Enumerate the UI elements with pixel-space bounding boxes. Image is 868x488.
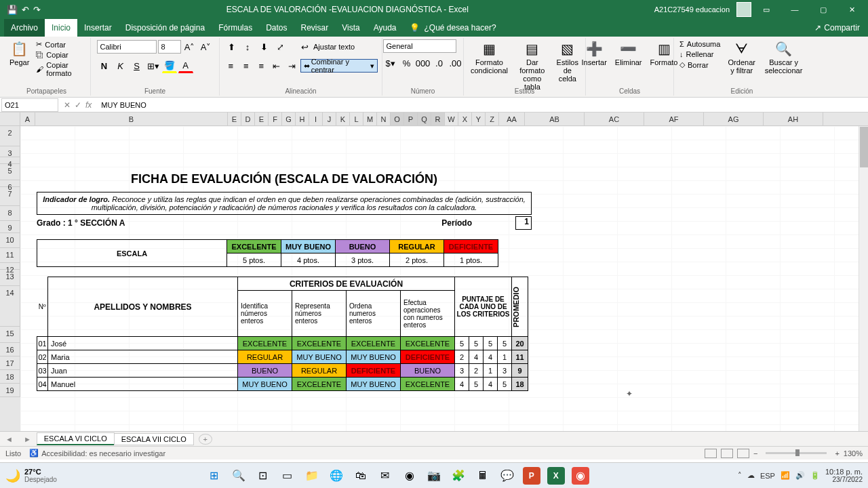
tab-archivo[interactable]: Archivo [4, 19, 45, 37]
sheet-tab-active[interactable]: ESCALA VI CICLO [37, 432, 115, 445]
sheet-nav-prev[interactable]: ◄ [0, 435, 18, 443]
col-header[interactable]: AH [764, 113, 823, 125]
align-bottom-icon[interactable]: ⬇ [256, 39, 271, 54]
table-row[interactable]: 03Juan BUENOREGULARDEFICIENTEBUENO 3213 … [37, 364, 528, 378]
cancel-icon[interactable]: ✕ [64, 100, 71, 110]
col-header[interactable]: W [445, 113, 458, 125]
row-header[interactable]: 19 [0, 384, 20, 397]
autosum-button[interactable]: ΣAutosuma [678, 39, 722, 49]
close-button[interactable]: ✕ [838, 0, 865, 19]
row-header[interactable]: 11 [0, 248, 20, 263]
avatar[interactable] [736, 2, 751, 17]
select-all-corner[interactable] [0, 113, 20, 125]
fill-color-button[interactable]: 🪣 [162, 58, 177, 73]
powerpoint-icon[interactable]: P [523, 467, 540, 485]
volume-icon[interactable]: 🔊 [795, 471, 805, 480]
tab-inicio[interactable]: Inicio [45, 19, 77, 37]
grid-area[interactable]: FICHA DE EVALUACIÓN (ESCALA DE VALORACIÓ… [20, 126, 868, 431]
col-header[interactable]: AA [499, 113, 525, 125]
format-painter-button[interactable]: 🖌Copiar formato [35, 60, 86, 78]
col-header[interactable]: AG [704, 113, 764, 125]
orientation-icon[interactable]: ⤢ [273, 39, 288, 54]
col-header[interactable]: J [323, 113, 336, 125]
format-table-button[interactable]: ▤Dar formato como tabla [513, 39, 551, 92]
inc-dec-icon[interactable]: .0 [432, 56, 447, 70]
clock-date[interactable]: 23/7/2022 [825, 476, 863, 483]
tab-formulas[interactable]: Fórmulas [212, 19, 259, 37]
col-header[interactable]: E [228, 113, 241, 125]
number-format-select[interactable] [383, 39, 456, 53]
clock-time[interactable]: 10:18 p. m. [825, 468, 863, 476]
col-header[interactable]: E [255, 113, 269, 125]
undo-icon[interactable]: ↶ [22, 5, 29, 15]
app-icon[interactable]: 🧩 [450, 467, 467, 485]
chrome-icon[interactable]: ◉ [401, 467, 418, 485]
calculator-icon[interactable]: 🖩 [474, 467, 492, 485]
tab-vista[interactable]: Vista [335, 19, 366, 37]
row-header[interactable]: 8 [0, 206, 20, 221]
save-icon[interactable]: 💾 [7, 5, 18, 15]
task-view-icon[interactable]: ⊡ [254, 467, 272, 485]
font-size-input[interactable] [158, 40, 181, 54]
col-header[interactable]: M [363, 113, 377, 125]
insert-cells-button[interactable]: ➕Insertar [579, 39, 610, 68]
copy-button[interactable]: ⿻Copiar [35, 50, 86, 60]
ribbon-options-icon[interactable]: ▭ [753, 0, 780, 19]
conditional-format-button[interactable]: ▦Formato condicional [468, 39, 511, 76]
widgets-icon[interactable]: ▭ [279, 467, 296, 485]
zoom-in-button[interactable]: + [835, 449, 839, 458]
row-header[interactable]: 15 [0, 327, 20, 343]
zoom-level[interactable]: 130% [844, 449, 863, 458]
whatsapp-icon[interactable]: 💬 [498, 467, 516, 485]
recorder-icon[interactable]: ◉ [572, 467, 589, 485]
percent-icon[interactable]: % [399, 56, 414, 70]
row-header[interactable]: 3 [0, 146, 20, 157]
indent-dec-icon[interactable]: ⇤ [270, 58, 284, 73]
col-header[interactable]: R [431, 113, 445, 125]
tab-datos[interactable]: Datos [259, 19, 294, 37]
col-header[interactable]: AF [644, 113, 704, 125]
col-header[interactable]: Z [486, 113, 499, 125]
find-button[interactable]: 🔍Buscar y seleccionar [762, 39, 806, 76]
delete-cells-button[interactable]: ➖Eliminar [612, 39, 645, 68]
grow-font-icon[interactable]: A˄ [182, 39, 197, 54]
vertical-scrollbar[interactable] [859, 126, 868, 431]
sheet-nav-next[interactable]: ► [18, 435, 37, 443]
indent-inc-icon[interactable]: ⇥ [285, 58, 299, 73]
table-row[interactable]: 01José EXCELENTEEXCELENTEEXCELENTEEXCELE… [37, 337, 528, 350]
accessibility-icon[interactable]: ♿ [29, 449, 39, 458]
col-header[interactable]: AB [525, 113, 585, 125]
row-headers[interactable]: 2 3 4 5 6 7 8 9 10 11 12 13 14 15 16 17 … [0, 126, 20, 431]
cut-button[interactable]: ✂Cortar [35, 39, 86, 49]
periodo-value[interactable]: 1 [515, 216, 532, 230]
col-header[interactable]: A [20, 113, 35, 125]
sort-button[interactable]: ᗄOrdenar y filtrar [724, 39, 759, 76]
row-header[interactable]: 13 [0, 270, 20, 286]
border-button[interactable]: ⊞▾ [146, 58, 161, 73]
col-header[interactable]: K [336, 113, 350, 125]
align-left-icon[interactable]: ≡ [224, 58, 238, 73]
col-header[interactable]: G [282, 113, 296, 125]
zoom-out-button[interactable]: − [753, 449, 757, 458]
formula-input[interactable] [97, 98, 868, 112]
paste-button[interactable]: 📋Pegar [7, 39, 32, 68]
fx-icon[interactable]: fx [85, 100, 92, 110]
fill-button[interactable]: ↓Rellenar [678, 49, 722, 59]
row-header[interactable]: 16 [0, 343, 20, 357]
row-header[interactable]: 18 [0, 370, 20, 384]
row-header[interactable]: 14 [0, 286, 20, 327]
instagram-icon[interactable]: 📷 [425, 467, 443, 485]
zoom-slider[interactable] [766, 452, 827, 454]
start-button[interactable]: ⊞ [205, 467, 223, 485]
tab-insertar[interactable]: Insertar [77, 19, 119, 37]
tab-ayuda[interactable]: Ayuda [367, 19, 403, 37]
thousands-icon[interactable]: 000 [416, 56, 431, 70]
align-top-icon[interactable]: ⬆ [224, 39, 239, 54]
page-layout-button[interactable] [721, 449, 733, 458]
row-header[interactable]: 12 [0, 263, 20, 270]
minimize-button[interactable]: — [781, 0, 808, 19]
row-header[interactable]: 4 [0, 157, 20, 164]
name-box[interactable] [1, 98, 58, 112]
row-header[interactable]: 10 [0, 233, 20, 248]
align-right-icon[interactable]: ≡ [254, 58, 269, 73]
